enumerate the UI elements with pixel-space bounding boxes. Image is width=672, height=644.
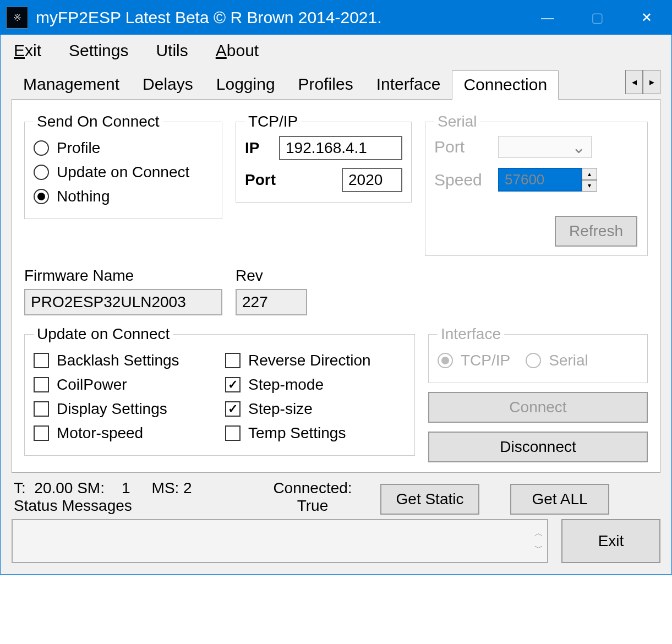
tabstrip: Management Delays Logging Profiles Inter… xyxy=(12,70,660,100)
connected-label: Connected: xyxy=(255,479,370,497)
radio-profile[interactable]: Profile xyxy=(34,136,213,160)
tab-connection[interactable]: Connection xyxy=(452,70,559,100)
check-motorspeed[interactable]: Motor-speed xyxy=(34,421,214,445)
scroll-up-icon[interactable]: ︿ xyxy=(534,528,543,539)
check-coilpower[interactable]: CoilPower xyxy=(34,373,214,397)
tab-scroll-left-icon[interactable]: ◂ xyxy=(625,70,643,94)
serial-speed-label: Speed xyxy=(434,171,489,189)
serial-group: Serial Port ⌄ Speed 57600 ▴▾ Ref xyxy=(425,113,648,256)
spin-up-icon: ▴ xyxy=(582,168,597,180)
disconnect-button[interactable]: Disconnect xyxy=(428,432,648,462)
chevron-down-icon: ⌄ xyxy=(572,138,586,157)
check-backlash[interactable]: Backlash Settings xyxy=(34,348,214,373)
refresh-button: Refresh xyxy=(555,216,637,247)
firmware-name-value: PRO2ESP32ULN2003 xyxy=(24,289,222,315)
send-on-connect-group: Send On Connect Profile Update on Connec… xyxy=(24,113,222,219)
titlebar: ※ myFP2ESP Latest Beta © R Brown 2014-20… xyxy=(1,1,671,35)
ip-input[interactable]: 192.168.4.1 xyxy=(279,136,402,160)
menu-exit[interactable]: Exit xyxy=(14,41,41,60)
radio-update-on-connect[interactable]: Update on Connect xyxy=(34,160,213,184)
radio-nothing[interactable]: Nothing xyxy=(34,184,213,209)
menu-about[interactable]: About xyxy=(216,41,259,60)
radio-serial: Serial xyxy=(526,348,588,373)
check-temp[interactable]: Temp Settings xyxy=(225,421,406,445)
scroll-down-icon[interactable]: ﹀ xyxy=(534,543,543,554)
firmware-rev-value: 227 xyxy=(236,289,307,315)
status-readout: T: 20.00 SM: 1 MS: 2 xyxy=(14,479,245,497)
firmware-name-label: Firmware Name xyxy=(24,267,134,284)
status-messages-label: Status Messages xyxy=(14,497,245,515)
tab-interface[interactable]: Interface xyxy=(365,70,452,99)
minimize-button[interactable]: — xyxy=(523,1,572,35)
tab-logging[interactable]: Logging xyxy=(205,70,287,99)
window-title: myFP2ESP Latest Beta © R Brown 2014-2021… xyxy=(36,8,523,27)
tab-scroll-right-icon[interactable]: ▸ xyxy=(643,70,660,94)
serial-speed-value: 57600 xyxy=(498,168,582,192)
menu-settings[interactable]: Settings xyxy=(69,41,128,60)
check-stepmode[interactable]: Step-mode xyxy=(225,373,406,397)
tab-management[interactable]: Management xyxy=(12,70,131,99)
tab-profiles[interactable]: Profiles xyxy=(287,70,365,99)
interface-legend: Interface xyxy=(438,325,504,343)
firmware-rev-label: Rev xyxy=(236,267,263,284)
update-on-connect-group: Update on Connect Backlash Settings Reve… xyxy=(24,325,415,456)
port-input[interactable]: 2020 xyxy=(342,168,402,192)
check-stepsize[interactable]: Step-size xyxy=(225,397,406,421)
maximize-button: ▢ xyxy=(572,1,622,35)
ip-label: IP xyxy=(245,139,272,157)
serial-speed-spinner: 57600 ▴▾ xyxy=(498,168,597,192)
serial-port-label: Port xyxy=(434,138,489,156)
tcpip-legend: TCP/IP xyxy=(245,113,301,130)
radio-tcpip: TCP/IP xyxy=(438,348,510,373)
serial-port-dropdown: ⌄ xyxy=(498,136,592,158)
scrollbar[interactable]: ︿ ﹀ xyxy=(531,520,547,562)
check-display[interactable]: Display Settings xyxy=(34,397,214,421)
close-button[interactable]: ✕ xyxy=(622,1,671,35)
tcpip-group: TCP/IP IP 192.168.4.1 Port 2020 xyxy=(236,113,412,203)
app-icon: ※ xyxy=(6,7,28,29)
connected-value: True xyxy=(255,497,370,515)
interface-group: Interface TCP/IP Serial xyxy=(428,325,648,383)
status-messages-box[interactable]: ︿ ﹀ xyxy=(12,519,548,563)
send-on-connect-legend: Send On Connect xyxy=(34,113,163,130)
update-on-connect-legend: Update on Connect xyxy=(34,325,173,343)
tab-delays[interactable]: Delays xyxy=(131,70,205,99)
spin-down-icon: ▾ xyxy=(582,180,597,192)
get-all-button[interactable]: Get ALL xyxy=(510,484,609,515)
menu-utils[interactable]: Utils xyxy=(156,41,188,60)
menubar: Exit Settings Utils About xyxy=(1,35,671,70)
port-label: Port xyxy=(245,171,335,189)
connect-button: Connect xyxy=(428,392,648,423)
get-static-button[interactable]: Get Static xyxy=(380,484,479,515)
serial-legend: Serial xyxy=(434,113,480,130)
exit-button[interactable]: Exit xyxy=(561,519,660,563)
check-reverse[interactable]: Reverse Direction xyxy=(225,348,406,373)
